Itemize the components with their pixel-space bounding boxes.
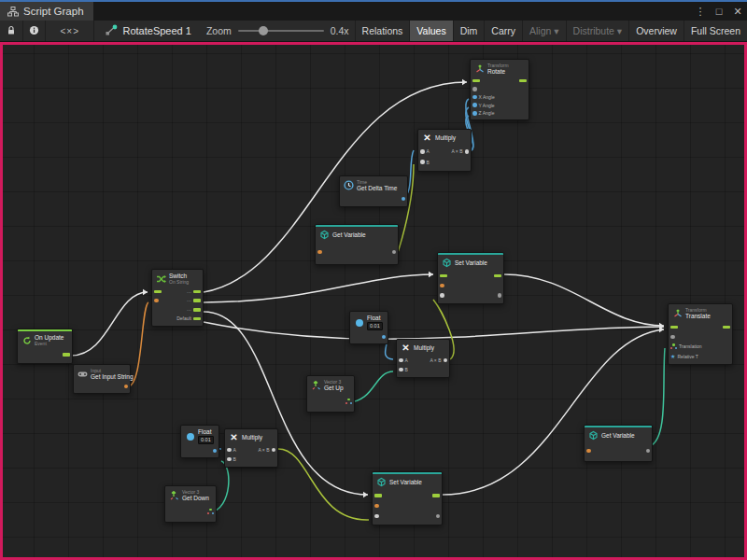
overview-button[interactable]: Overview xyxy=(628,21,684,41)
value-port[interactable] xyxy=(382,335,387,340)
zoom-fit-button[interactable]: <×> xyxy=(46,21,94,41)
flow-port[interactable] xyxy=(154,290,162,294)
vector3-port[interactable] xyxy=(345,399,352,404)
value-port[interactable] xyxy=(465,149,470,154)
node-on-update[interactable]: On UpdateEvent xyxy=(17,329,73,364)
graph-name: RotateSpeed 1 xyxy=(122,25,190,36)
port-row xyxy=(669,323,732,330)
value-port[interactable] xyxy=(227,457,232,462)
value-port[interactable] xyxy=(374,514,379,519)
flow-port[interactable] xyxy=(193,317,201,321)
node-text: Translation xyxy=(679,343,702,349)
node-float-mid[interactable]: Float0.01 xyxy=(349,311,388,344)
flow-port[interactable] xyxy=(723,326,730,329)
node-header: Get Variable xyxy=(585,427,652,441)
node-get-down[interactable]: Vector 3Get Down xyxy=(164,485,217,523)
flow-port[interactable] xyxy=(519,79,527,83)
value-port[interactable] xyxy=(392,250,397,255)
node-title: Switch xyxy=(169,273,189,279)
flow-port[interactable] xyxy=(670,326,678,329)
flow-port[interactable] xyxy=(432,494,440,497)
node-text-block: Multiply xyxy=(414,344,434,351)
graph-reference[interactable]: RotateSpeed 1 xyxy=(94,21,200,41)
distribute-dropdown[interactable]: Distribute ▾ xyxy=(566,21,629,41)
maximize-icon[interactable]: □ xyxy=(710,6,728,17)
flow-port[interactable] xyxy=(494,274,501,278)
multiply-icon: ✕ xyxy=(401,343,411,353)
value-port[interactable] xyxy=(420,149,425,154)
node-text: Event xyxy=(35,341,63,346)
flow-port[interactable] xyxy=(440,274,447,278)
node-switch-on-string[interactable]: SwitchOn String·········Default xyxy=(151,269,204,327)
value-port[interactable] xyxy=(498,293,502,298)
dim-button[interactable]: Dim xyxy=(453,21,485,41)
value-port[interactable] xyxy=(227,448,232,453)
node-multiply-bottom[interactable]: ✕MultiplyAA × BB xyxy=(224,428,278,468)
value-chip[interactable]: 0.01 xyxy=(198,436,214,444)
node-multiply-top[interactable]: ✕MultiplyAA × BB xyxy=(417,129,472,172)
value-port[interactable] xyxy=(586,449,591,454)
info-button[interactable] xyxy=(23,21,47,41)
value-port[interactable] xyxy=(472,103,477,107)
full-screen-button[interactable]: Full Screen xyxy=(684,21,747,41)
toolbar-right-buttons: Relations Values Dim Carry Align ▾ Distr… xyxy=(355,21,747,41)
flow-port[interactable] xyxy=(374,494,382,497)
flow-port[interactable] xyxy=(193,308,201,312)
value-port[interactable] xyxy=(124,385,129,389)
close-icon[interactable]: ✕ xyxy=(728,6,747,18)
value-port[interactable] xyxy=(472,95,477,100)
align-dropdown[interactable]: Align ▾ xyxy=(522,21,566,41)
node-text: A xyxy=(405,357,408,363)
value-port[interactable] xyxy=(272,448,276,453)
value-port[interactable] xyxy=(399,358,403,363)
carry-button[interactable]: Carry xyxy=(484,21,522,41)
port-row: Translation xyxy=(669,343,732,350)
value-chip[interactable]: 0.01 xyxy=(367,322,383,330)
kebab-menu-icon[interactable]: ⋮ xyxy=(691,6,710,18)
node-rotate[interactable]: TransformRotateX AngleY AngleZ Angle xyxy=(470,59,529,120)
node-float-bottom[interactable]: Float0.01 xyxy=(180,425,219,458)
zoom-slider[interactable] xyxy=(238,30,324,32)
values-button[interactable]: Values xyxy=(409,21,452,41)
node-get-up[interactable]: Vector 3Get Up xyxy=(306,375,355,413)
value-port[interactable] xyxy=(436,514,441,519)
value-port[interactable] xyxy=(317,250,322,255)
value-port[interactable] xyxy=(444,358,448,363)
value-port[interactable] xyxy=(420,160,425,164)
node-get-input-string[interactable]: InputGet Input String xyxy=(73,364,131,394)
value-port[interactable] xyxy=(374,504,379,509)
flow-port[interactable] xyxy=(472,79,480,83)
value-port[interactable] xyxy=(440,293,444,298)
value-port[interactable] xyxy=(646,449,651,454)
value-port[interactable] xyxy=(213,449,218,454)
zoom-slider-handle[interactable] xyxy=(259,26,268,35)
value-port[interactable] xyxy=(670,335,675,340)
value-port[interactable] xyxy=(440,284,444,288)
node-get-variable-right[interactable]: Get Variable xyxy=(584,425,653,462)
vector3-port[interactable] xyxy=(670,343,677,349)
vector3-port[interactable] xyxy=(207,509,214,514)
relations-button[interactable]: Relations xyxy=(355,21,410,41)
value-port[interactable] xyxy=(472,111,477,116)
lock-button[interactable] xyxy=(0,21,23,41)
value-port[interactable] xyxy=(154,299,159,303)
value-port[interactable] xyxy=(472,87,477,91)
node-get-variable-top[interactable]: Get Variable xyxy=(315,224,399,265)
node-translate[interactable]: TransformTranslateTranslation★Relative T xyxy=(668,303,733,365)
graph-canvas[interactable]: On UpdateEventInputGet Input StringSwitc… xyxy=(0,42,747,560)
node-get-delta-time[interactable]: TimeGet Delta Time xyxy=(339,175,408,207)
enum-port[interactable]: ★ xyxy=(670,354,675,359)
flow-port[interactable] xyxy=(193,290,201,294)
flow-port[interactable] xyxy=(193,299,201,302)
node-set-variable-bottom[interactable]: Set Variable xyxy=(372,471,443,525)
node-text: ··· xyxy=(187,307,191,313)
node-multiply-mid[interactable]: ✕MultiplyAA × BB xyxy=(396,339,450,378)
port-row: Y Angle xyxy=(471,102,529,109)
value-port[interactable] xyxy=(399,368,403,372)
flow-port[interactable] xyxy=(63,353,70,357)
tab-script-graph[interactable]: Script Graph xyxy=(0,2,93,21)
node-set-variable-mid[interactable]: Set Variable xyxy=(437,252,504,304)
variable-icon xyxy=(442,258,452,268)
port-row: ··· xyxy=(152,288,203,296)
value-port[interactable] xyxy=(402,197,406,202)
